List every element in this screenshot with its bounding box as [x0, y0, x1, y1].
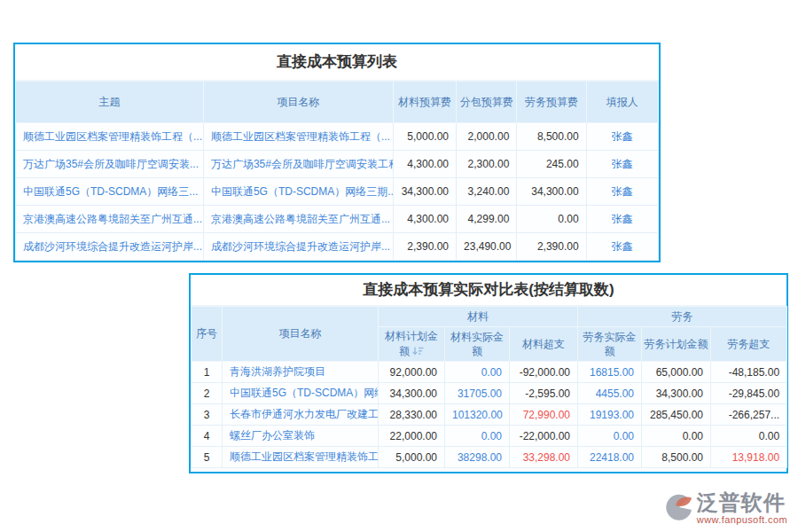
col-labor-actual[interactable]: 劳务实际金额 — [578, 327, 642, 362]
col-project-name[interactable]: 项目名称 — [203, 82, 393, 123]
group-material: 材料 — [379, 307, 578, 327]
labor-budget-cell: 0.00 — [517, 206, 586, 233]
subject-link[interactable]: 京港澳高速公路粤境韶关至广州互通... — [16, 206, 204, 233]
labor-actual-cell: 4455.00 — [578, 383, 642, 404]
project-name-link[interactable]: 万达广场35#会所及咖啡厅空调安装工程 — [203, 151, 393, 178]
budget-list-row[interactable]: 中国联通5G（TD-SCDMA）网络三... 中国联通5G（TD-SCDMA）网… — [16, 178, 659, 206]
budget-compare-row[interactable]: 4 螺丝厂办公室装饰 22,000.00 0.00 -22,000.00 0.0… — [192, 426, 787, 447]
col-material-planned[interactable]: 材料计划金额 — [379, 327, 445, 362]
material-actual-cell: 0.00 — [445, 362, 510, 383]
labor-planned-cell: 34,300.00 — [642, 383, 711, 404]
material-budget-cell: 4,300.00 — [393, 206, 456, 233]
col-material-budget[interactable]: 材料预算费 — [393, 82, 456, 123]
budget-compare-table: 序号 项目名称 材料 劳务 材料计划金额 材料实际金额 材料超支 劳务实际金额 … — [191, 306, 787, 468]
fanpu-logo-icon — [662, 491, 694, 523]
col-material-actual[interactable]: 材料实际金额 — [445, 327, 510, 362]
subject-link[interactable]: 顺德工业园区档案管理精装饰工程（... — [16, 123, 204, 151]
labor-budget-cell: 2,390.00 — [517, 233, 586, 261]
col-labor-planned[interactable]: 劳务计划金额 — [642, 327, 711, 362]
labor-planned-cell: 285,450.00 — [642, 404, 711, 426]
material-actual-cell: 38298.00 — [445, 447, 510, 468]
material-overrun-cell: -2,595.00 — [510, 383, 578, 404]
material-planned-cell: 22,000.00 — [379, 426, 445, 447]
labor-actual-cell: 22418.00 — [578, 447, 642, 468]
project-name-link[interactable]: 中国联通5G（TD-SCDMA）网络三期... — [203, 178, 393, 206]
labor-overrun-cell: 13,918.00 — [711, 447, 787, 468]
budget-list-row[interactable]: 成都沙河环境综合提升改造运河护岸... 成都沙河环境综合提升改造运河护岸... … — [16, 233, 659, 261]
seq-cell: 5 — [192, 447, 223, 468]
labor-overrun-cell: -29,845.00 — [711, 383, 787, 404]
project-name-link[interactable]: 成都沙河环境综合提升改造运河护岸... — [203, 233, 393, 261]
labor-planned-cell: 0.00 — [642, 426, 711, 447]
col-project-name[interactable]: 项目名称 — [223, 307, 379, 362]
fanpu-watermark: 泛普软件 www.fanpusoft.com — [662, 491, 787, 525]
group-labor: 劳务 — [578, 307, 787, 327]
subcontract-budget-cell: 4,299.00 — [457, 206, 517, 233]
reporter-link[interactable]: 张鑫 — [586, 151, 658, 178]
budget-compare-row[interactable]: 2 中国联通5G（TD-SCDMA）网络三 34,300.00 31705.00… — [192, 383, 787, 404]
project-name-link[interactable]: 长春市伊通河水力发电厂改建工程 — [223, 404, 379, 426]
subject-link[interactable]: 万达广场35#会所及咖啡厅空调安装... — [16, 151, 204, 178]
col-subject[interactable]: 主题 — [16, 82, 204, 123]
budget-compare-title: 直接成本预算实际对比表(按结算取数) — [191, 275, 786, 306]
reporter-link[interactable]: 张鑫 — [586, 206, 658, 233]
budget-list-row[interactable]: 京港澳高速公路粤境韶关至广州互通... 京港澳高速公路粤境韶关至广州互通... … — [16, 206, 659, 233]
labor-overrun-cell: -266,257... — [711, 404, 787, 426]
budget-list-row[interactable]: 万达广场35#会所及咖啡厅空调安装... 万达广场35#会所及咖啡厅空调安装工程… — [16, 151, 659, 178]
project-name-link[interactable]: 顺德工业园区档案管理精装饰工程（... — [203, 123, 393, 151]
reporter-link[interactable]: 张鑫 — [586, 233, 658, 261]
sort-icon[interactable] — [412, 345, 424, 359]
labor-planned-cell: 65,000.00 — [642, 362, 711, 383]
project-name-link[interactable]: 顺德工业园区档案管理精装饰工程 — [223, 447, 379, 468]
labor-planned-cell: 8,500.00 — [642, 447, 711, 468]
direct-cost-budget-list-panel: 直接成本预算列表 主题 项目名称 材料预算费 分包预算费 劳务预算费 填报人 顺… — [13, 43, 661, 262]
budget-compare-row[interactable]: 5 顺德工业园区档案管理精装饰工程 5,000.00 38298.00 33,2… — [192, 447, 787, 468]
labor-actual-cell: 0.00 — [578, 426, 642, 447]
labor-overrun-cell: 0.00 — [711, 426, 787, 447]
budget-actual-compare-panel: 直接成本预算实际对比表(按结算取数) 序号 项目名称 材料 劳务 材料计划金额 … — [189, 273, 788, 473]
fanpu-logo-name: 泛普软件 — [697, 491, 787, 514]
budget-compare-row[interactable]: 1 青海洪湖养护院项目 92,000.00 0.00 -92,000.00 16… — [192, 362, 787, 383]
budget-list-header-row: 主题 项目名称 材料预算费 分包预算费 劳务预算费 填报人 — [16, 82, 659, 123]
material-budget-cell: 5,000.00 — [393, 123, 456, 151]
budget-list-title: 直接成本预算列表 — [15, 44, 659, 81]
col-seq[interactable]: 序号 — [192, 307, 223, 362]
col-labor-budget[interactable]: 劳务预算费 — [517, 82, 586, 123]
material-planned-cell: 5,000.00 — [379, 447, 445, 468]
budget-list-row[interactable]: 顺德工业园区档案管理精装饰工程（... 顺德工业园区档案管理精装饰工程（... … — [16, 123, 659, 151]
subcontract-budget-cell: 23,490.00 — [457, 233, 517, 261]
col-material-overrun[interactable]: 材料超支 — [510, 327, 578, 362]
material-planned-label: 材料计划金额 — [385, 330, 438, 356]
col-subcontract-budget[interactable]: 分包预算费 — [457, 82, 517, 123]
material-budget-cell: 2,390.00 — [393, 233, 456, 261]
material-overrun-cell: 72,990.00 — [510, 404, 578, 426]
project-name-link[interactable]: 青海洪湖养护院项目 — [223, 362, 379, 383]
subcontract-budget-cell: 2,000.00 — [457, 123, 517, 151]
seq-cell: 3 — [192, 404, 223, 426]
col-labor-overrun[interactable]: 劳务超支 — [711, 327, 787, 362]
compare-group-header-row: 序号 项目名称 材料 劳务 — [192, 307, 787, 327]
seq-cell: 2 — [192, 383, 223, 404]
subject-link[interactable]: 中国联通5G（TD-SCDMA）网络三... — [16, 178, 204, 206]
material-planned-cell: 34,300.00 — [379, 383, 445, 404]
labor-overrun-cell: -48,185.00 — [711, 362, 787, 383]
fanpu-logo-url: www.fanpusoft.com — [697, 514, 787, 525]
labor-actual-cell: 19193.00 — [578, 404, 642, 426]
labor-budget-cell: 8,500.00 — [517, 123, 586, 151]
subcontract-budget-cell: 3,240.00 — [457, 178, 517, 206]
reporter-link[interactable]: 张鑫 — [586, 123, 658, 151]
fanpu-logo-text: 泛普软件 www.fanpusoft.com — [697, 491, 787, 525]
subject-link[interactable]: 成都沙河环境综合提升改造运河护岸... — [16, 233, 204, 261]
material-actual-cell: 31705.00 — [445, 383, 510, 404]
project-name-link[interactable]: 螺丝厂办公室装饰 — [223, 426, 379, 447]
material-budget-cell: 4,300.00 — [393, 151, 456, 178]
reporter-link[interactable]: 张鑫 — [586, 178, 658, 206]
col-reporter[interactable]: 填报人 — [586, 82, 658, 123]
project-name-link[interactable]: 京港澳高速公路粤境韶关至广州互通... — [203, 206, 393, 233]
project-name-link[interactable]: 中国联通5G（TD-SCDMA）网络三 — [223, 383, 379, 404]
budget-compare-row[interactable]: 3 长春市伊通河水力发电厂改建工程 28,330.00 101320.00 72… — [192, 404, 787, 426]
material-planned-cell: 28,330.00 — [379, 404, 445, 426]
material-overrun-cell: -22,000.00 — [510, 426, 578, 447]
subcontract-budget-cell: 2,300.00 — [457, 151, 517, 178]
material-overrun-cell: 33,298.00 — [510, 447, 578, 468]
